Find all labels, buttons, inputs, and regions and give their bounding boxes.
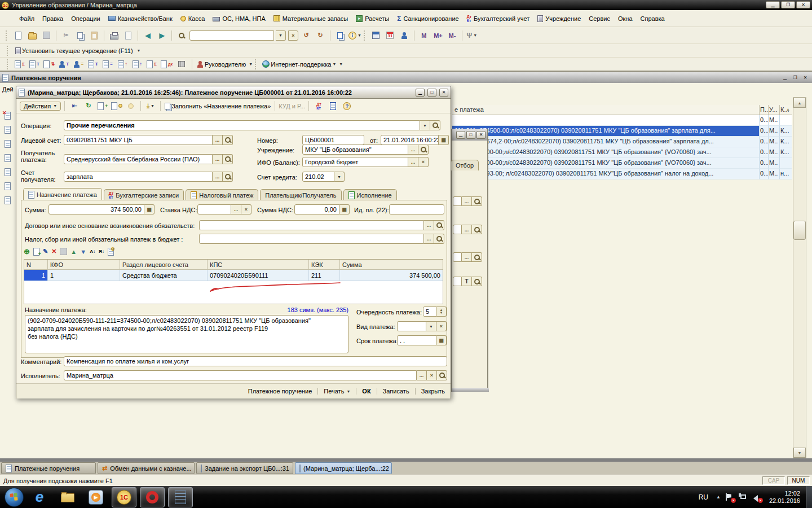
executor-value[interactable]: Марина_матрца (64, 370, 417, 380)
scroll-down-button[interactable]: ▼ (793, 448, 806, 458)
exchange-button[interactable]: ⇅ (43, 58, 55, 71)
col-kek[interactable]: КЭК (309, 260, 340, 270)
institution-value[interactable]: МКУ "ЦБ образования" (302, 144, 408, 155)
payee-account-ellipsis-button[interactable]: ... (213, 172, 223, 182)
dk-doc-button[interactable]: дк (160, 58, 173, 71)
find-button[interactable] (175, 29, 188, 42)
operation-dropdown-button[interactable]: ▼ (420, 120, 430, 130)
close-button[interactable]: Закрыть (416, 388, 451, 395)
sort-asc-icon[interactable]: А↓ (90, 249, 95, 254)
coins-button[interactable] (125, 100, 137, 112)
taskbar-wmp-icon[interactable]: ▶ (83, 487, 108, 507)
clock[interactable]: 12:02 22.01.2016 (769, 490, 800, 505)
copy-button[interactable] (74, 29, 86, 42)
language-indicator[interactable]: RU (699, 493, 708, 501)
open-button[interactable] (26, 29, 38, 42)
vat-rate-ellipsis-button[interactable]: ... (231, 204, 241, 214)
taskbar-notepad-icon[interactable] (168, 487, 193, 507)
kud-button[interactable]: КУД и Р... (279, 103, 305, 110)
ok-button[interactable]: ОК (356, 388, 377, 395)
menu-materials[interactable]: Материальные запасы (273, 15, 348, 22)
new-button[interactable] (12, 29, 24, 42)
bg-list-row[interactable]: 111-211=6000-00;л/с02483022070) 03902081… (452, 147, 792, 158)
preview-button[interactable] (122, 29, 134, 42)
quick-search-input[interactable] (189, 30, 274, 41)
menu-calc[interactable]: ▸Расчеты (356, 15, 389, 22)
tray-expand-icon[interactable]: ▲ (716, 494, 721, 500)
delete-row-icon[interactable]: ✕ (51, 248, 56, 255)
actions-button[interactable]: Действия▼ (20, 102, 61, 111)
checker-button[interactable] (175, 58, 188, 71)
doc-up-t-button[interactable]: ↑ (116, 58, 129, 71)
forward-button[interactable]: ▶ (156, 29, 168, 42)
menu-treasury[interactable]: Казначейство/Банк (108, 15, 173, 22)
filter-search-4[interactable] (472, 277, 482, 286)
bg-col-p[interactable]: П... (759, 105, 768, 115)
dtkt-button[interactable]: ДтКт (312, 100, 325, 112)
tab-accounting-entries[interactable]: ДтКтБухгалтерские записи (104, 189, 184, 200)
col-sum[interactable]: Сумма (340, 260, 443, 270)
copy-new-button[interactable]: + (96, 100, 109, 112)
save-button[interactable] (40, 29, 52, 42)
print-button[interactable] (108, 29, 120, 42)
col-kps[interactable]: КПС (208, 260, 309, 270)
ifo-ellipsis-button[interactable]: ... (408, 157, 418, 167)
memory-minus-button[interactable]: M- (446, 29, 458, 42)
menu-institution[interactable]: Учреждение (537, 15, 581, 22)
priority-spinner[interactable]: ▲▼ (436, 306, 447, 317)
registers-button[interactable] (326, 100, 339, 112)
window-tab-current[interactable]: (Марина_матрца; Щерба...:22 (295, 462, 392, 474)
action-center-icon[interactable]: × (725, 493, 734, 501)
app-close-button[interactable]: ✕ (796, 1, 810, 8)
payment-kind-value[interactable] (397, 321, 426, 331)
inet-button[interactable]: Интернет-поддержка▼ (262, 58, 337, 71)
contract-ellipsis-button[interactable]: ... (424, 220, 434, 230)
bg-list-header[interactable]: е платежа П... У... К... (452, 105, 792, 115)
menu-edit[interactable]: Правка (42, 15, 63, 22)
end-edit-icon[interactable] (60, 248, 67, 255)
filter-input-2[interactable] (453, 225, 462, 234)
doc-coins-button[interactable] (111, 100, 123, 112)
comment-value[interactable]: Компенсация по оплате жилья и ком.услуг (64, 356, 447, 366)
menu-service[interactable]: Сервис (589, 15, 610, 22)
contract-search-button[interactable] (434, 220, 444, 230)
info-button[interactable]: i▼ (348, 29, 362, 42)
dialog-minimize-button[interactable]: ▁ (416, 89, 425, 97)
user-search-button[interactable]: Т (58, 58, 70, 71)
menu-os[interactable]: ОС, НМА, НПА (213, 15, 265, 22)
operation-search-button[interactable] (430, 120, 440, 130)
contract-value[interactable] (199, 220, 424, 230)
filter-input-3[interactable] (453, 252, 462, 262)
operation-value[interactable]: Прочие перечисления (64, 120, 420, 130)
edit-row-icon[interactable]: ✎ (43, 248, 48, 255)
filter-ellipsis-3[interactable]: ... (462, 252, 472, 262)
mdi-minimize-button[interactable]: ▁ (780, 74, 789, 82)
taskbar-ie-icon[interactable]: e (27, 487, 52, 507)
payment-kind-dropdown[interactable]: ▼ (426, 321, 436, 331)
menu-windows[interactable]: Окна (618, 15, 633, 22)
payment-id-value[interactable] (389, 204, 444, 214)
table-doc-button[interactable]: Т (28, 58, 41, 71)
filter-input-4[interactable] (453, 277, 462, 286)
menu-accounting[interactable]: ДтКтБухгалтерский учет (467, 15, 530, 23)
sort-desc-icon[interactable]: Я↓ (99, 249, 104, 254)
move-up-icon[interactable]: ▲ (70, 248, 77, 255)
payment-order-button[interactable]: Платежное поручение (242, 388, 319, 395)
filter-maximize-button[interactable]: □ (466, 131, 475, 139)
date-calendar-button[interactable]: ▦ (439, 135, 449, 145)
sum-value[interactable]: 374 500,00 (48, 204, 144, 214)
menu-help[interactable]: Справка (641, 15, 665, 22)
col-section[interactable]: Раздел лицевого счета (120, 260, 208, 270)
filter-ellipsis-2[interactable]: ... (462, 225, 472, 234)
dialog-titlebar[interactable]: (Марина_матрца; Щербакова; 21.01.2016 16… (16, 86, 451, 99)
tab-purpose[interactable]: Назначение платежа (23, 188, 102, 200)
vat-value[interactable]: 0,00 (294, 204, 339, 214)
show-desktop-button[interactable] (806, 486, 812, 508)
bg-list-row[interactable]: 111-211=14674,2-00;л/с02483022070) 03902… (452, 137, 792, 147)
tab-tax-payment[interactable]: Налоговый платеж (186, 189, 258, 200)
network-icon[interactable] (739, 493, 748, 501)
sum-calc-button[interactable]: ▦ (144, 204, 155, 214)
find-prev-button[interactable]: ↻ (314, 29, 326, 42)
account-value[interactable]: 039020811751 МКУ ЦБ (64, 135, 213, 145)
tab-payer-payee[interactable]: Плательщик/Получатель (260, 189, 341, 200)
